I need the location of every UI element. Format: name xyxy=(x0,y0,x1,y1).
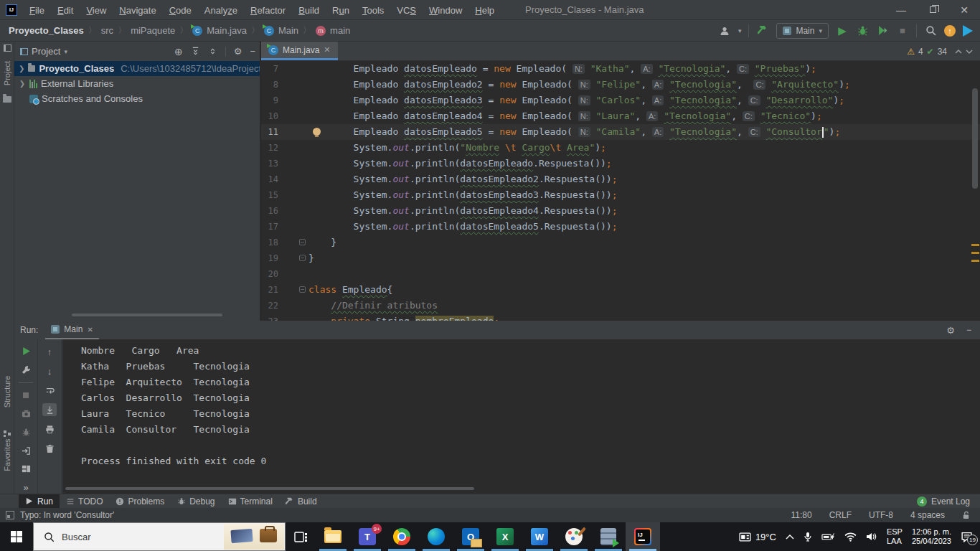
start-button[interactable] xyxy=(0,522,33,551)
toolwindow-switcher-icon[interactable] xyxy=(6,511,14,519)
battery-icon[interactable] xyxy=(821,532,835,541)
user-profile-icon[interactable] xyxy=(718,24,731,37)
hide-panel-icon[interactable]: − xyxy=(966,325,971,336)
console-output[interactable]: Nombre Cargo Area Katha Pruebas Tecnolog… xyxy=(62,339,980,494)
code-line-9[interactable]: 9 Empleado datosEmpleado3 = new Empleado… xyxy=(261,93,980,108)
taskbar-app-edge[interactable] xyxy=(419,522,453,551)
tab-main-java[interactable]: C Main.java ✕ xyxy=(261,42,338,60)
collapse-all-icon[interactable] xyxy=(208,47,217,56)
taskbar-app-file-explorer[interactable] xyxy=(316,522,350,551)
layout-settings-icon[interactable] xyxy=(19,463,33,476)
taskbar-app-chrome[interactable] xyxy=(385,522,419,551)
code-line-11[interactable]: 11 Empleado datosEmpleado5 = new Emplead… xyxy=(261,124,980,140)
code-line-15[interactable]: 15 System.out.println(datosEmpleado3.Res… xyxy=(261,187,980,203)
gear-icon[interactable]: ⚙ xyxy=(234,46,242,57)
taskbar-app-excel[interactable]: X xyxy=(488,522,522,551)
code-line-22[interactable]: 22 //Definir atributos xyxy=(261,298,980,314)
lock-icon[interactable] xyxy=(962,511,970,520)
ide-features-trainer-icon[interactable] xyxy=(963,25,973,37)
project-horizontal-scrollbar[interactable] xyxy=(72,314,222,316)
run-configuration-select[interactable]: Main ▾ xyxy=(776,23,829,39)
warning-stripe-mark[interactable] xyxy=(971,244,979,246)
code-line-10[interactable]: 10 Empleado datosEmpleado4 = new Emplead… xyxy=(261,108,980,124)
menu-build[interactable]: Build xyxy=(292,5,326,16)
tree-item-proyecto_clases[interactable]: ❯Proyecto_ClasesC:\Users\1032485712\Idea… xyxy=(14,61,260,76)
code-line-8[interactable]: 8 Empleado datosEmpleado2 = new Empleado… xyxy=(261,77,980,93)
breadcrumb-item-main-java[interactable]: Main.java xyxy=(207,25,247,36)
toolwindow-tab-run[interactable]: Run xyxy=(19,494,60,508)
rerun-button[interactable] xyxy=(19,345,33,357)
caret-position[interactable]: 11:80 xyxy=(791,510,811,520)
run-with-coverage-button[interactable] xyxy=(876,24,889,37)
gear-icon[interactable]: ⚙ xyxy=(946,325,955,336)
taskbar-app-outlook[interactable]: O xyxy=(453,522,488,551)
taskbar-app-teams[interactable]: T9+ xyxy=(350,522,385,551)
minimize-button[interactable]: — xyxy=(885,0,917,19)
scroll-up-icon[interactable]: ↑ xyxy=(42,345,57,358)
menu-help[interactable]: Help xyxy=(468,5,501,16)
run-settings-icon[interactable] xyxy=(19,364,33,376)
hide-panel-icon[interactable]: − xyxy=(250,46,255,57)
console-horizontal-scrollbar[interactable] xyxy=(65,487,474,490)
wifi-icon[interactable] xyxy=(844,532,857,542)
debug-button[interactable] xyxy=(856,24,869,37)
more-icon[interactable]: » xyxy=(19,481,33,494)
code-line-23[interactable]: 23 private String nombreEmpleado; xyxy=(261,314,980,321)
locate-file-icon[interactable]: ⊕ xyxy=(174,46,183,57)
warning-stripe-mark[interactable] xyxy=(971,260,979,262)
news-widget-icon[interactable]: 19°C xyxy=(739,532,776,542)
close-tab-icon[interactable]: ✕ xyxy=(324,45,330,55)
toolwindow-tab-todo[interactable]: TODO xyxy=(60,494,109,508)
maximize-button[interactable] xyxy=(917,0,948,19)
tree-item-scratches-and-consoles[interactable]: Scratches and Consoles xyxy=(14,91,260,106)
code-line-12[interactable]: 12 System.out.println("Nombre \t Cargo\t… xyxy=(261,140,980,156)
editor-vertical-scrollbar[interactable] xyxy=(972,88,978,189)
code-line-16[interactable]: 16 System.out.println(datosEmpleado4.Res… xyxy=(261,203,980,219)
search-everywhere-icon[interactable] xyxy=(924,24,937,37)
code-line-18[interactable]: 18 } xyxy=(261,235,980,250)
menu-analyze[interactable]: Analyze xyxy=(198,5,244,16)
breadcrumb-item-src[interactable]: src xyxy=(101,25,113,36)
taskbar-app-database[interactable] xyxy=(591,522,626,551)
toolwindow-tab-problems[interactable]: Problems xyxy=(109,494,171,508)
sidebar-item-project[interactable]: Project xyxy=(0,44,14,103)
close-button[interactable]: ✕ xyxy=(948,0,980,19)
task-view-button[interactable] xyxy=(286,522,316,551)
inspection-widget[interactable]: ⚠ 4 ✔ 34 xyxy=(907,47,973,57)
expand-all-icon[interactable] xyxy=(191,47,200,56)
event-log-button[interactable]: 4 Event Log xyxy=(917,496,980,507)
clear-console-icon[interactable] xyxy=(42,442,57,455)
taskbar-app-intellij[interactable]: IJ xyxy=(626,522,660,551)
fold-marker-icon[interactable] xyxy=(299,239,306,245)
next-warning-icon[interactable] xyxy=(966,50,973,54)
keyboard-layout-indicator[interactable]: ESP LAA xyxy=(887,527,903,546)
code-line-20[interactable]: 20 xyxy=(261,266,980,282)
code-line-7[interactable]: 7 Empleado datosEmpleado = new Empleado(… xyxy=(261,61,980,77)
volume-icon[interactable] xyxy=(866,532,877,541)
menu-view[interactable]: View xyxy=(80,5,113,16)
status-message[interactable]: Typo: In word 'Consultor' xyxy=(20,510,114,520)
file-encoding[interactable]: UTF-8 xyxy=(869,510,893,520)
print-icon[interactable] xyxy=(42,423,57,435)
close-run-tab-icon[interactable]: ✕ xyxy=(87,326,93,334)
menu-tools[interactable]: Tools xyxy=(356,5,390,16)
breadcrumb-item-proyecto_clases[interactable]: Proyecto_Clases xyxy=(9,25,84,36)
tree-item-external-libraries[interactable]: ❯External Libraries xyxy=(14,76,260,91)
toolwindow-tab-terminal[interactable]: Terminal xyxy=(222,494,279,508)
fold-marker-icon[interactable] xyxy=(299,255,306,261)
tree-chevron-icon[interactable]: ❯ xyxy=(19,80,26,88)
build-hammer-icon[interactable] xyxy=(756,24,769,37)
toolwindow-tab-debug[interactable]: Debug xyxy=(171,494,221,508)
code-line-21[interactable]: 21class Empleado{ xyxy=(261,282,980,298)
breadcrumb-item-main[interactable]: main xyxy=(330,25,350,36)
menu-window[interactable]: Window xyxy=(423,5,468,16)
toolwindow-tab-build[interactable]: Build xyxy=(279,494,324,508)
scroll-to-end-icon[interactable] xyxy=(42,403,57,416)
menu-vcs[interactable]: VCS xyxy=(390,5,423,16)
chevron-down-icon[interactable]: ▾ xyxy=(64,48,67,55)
microphone-icon[interactable] xyxy=(804,532,812,542)
menu-navigate[interactable]: Navigate xyxy=(113,5,162,16)
notification-center-button[interactable]: 19 xyxy=(961,532,973,542)
code-line-14[interactable]: 14 System.out.println(datosEmpleado2.Res… xyxy=(261,171,980,187)
soft-wrap-icon[interactable] xyxy=(42,384,57,397)
